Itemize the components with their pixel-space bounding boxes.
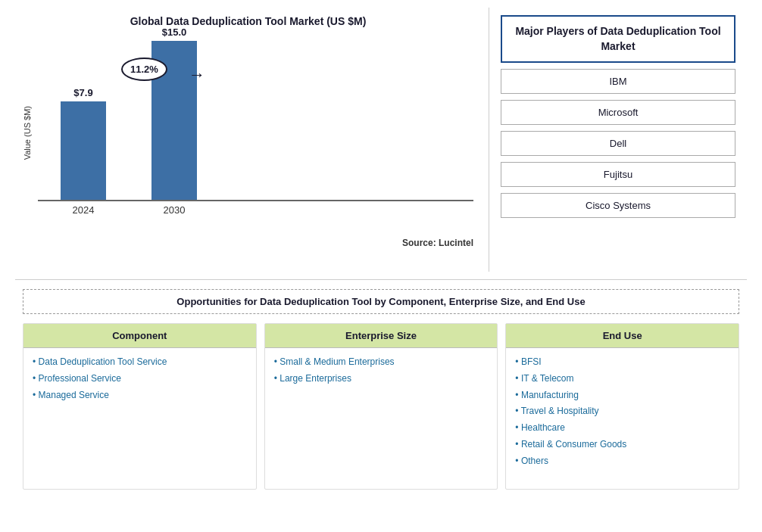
x-label-2024: 2024 — [61, 204, 106, 216]
category-header-enduse: End Use — [506, 324, 739, 348]
bar-group-2030: $15.0 — [151, 26, 197, 200]
category-items-enduse: BFSI IT & Telecom Manufacturing Travel &… — [506, 348, 739, 475]
main-container: Global Data Deduplication Tool Market (U… — [0, 0, 762, 532]
bar-2024 — [61, 101, 106, 200]
panel-title: Major Players of Data Deduplication Tool… — [501, 15, 735, 63]
category-header-component: Component — [23, 324, 256, 348]
category-enduse: End Use BFSI IT & Telecom Manufacturing … — [505, 323, 739, 490]
list-item: Small & Medium Enterprises — [274, 356, 489, 369]
bar-group-2024: $7.9 — [61, 87, 106, 200]
list-item: BFSI — [515, 356, 729, 369]
list-item: IT & Telecom — [515, 372, 729, 385]
x-axis-labels: 2024 2030 — [38, 204, 473, 216]
category-enterprise: Enterprise Size Small & Medium Enterpris… — [264, 323, 498, 490]
bottom-section: Opportunities for Data Deduplication Too… — [15, 280, 747, 524]
list-item: Data Deduplication Tool Service — [33, 356, 247, 369]
player-dell: Dell — [501, 131, 735, 156]
cagr-arrow: → — [189, 65, 205, 85]
list-item: Large Enterprises — [274, 372, 489, 385]
cagr-annotation: 11.2% → — [121, 58, 167, 81]
list-item: Healthcare — [515, 422, 729, 434]
category-items-component: Data Deduplication Tool Service Professi… — [23, 348, 256, 409]
chart-area: Value (US $M) 11.2% → $7.9 — [23, 35, 473, 232]
list-item: Others — [515, 455, 729, 468]
bar-value-2030: $15.0 — [162, 26, 187, 38]
player-microsoft: Microsoft — [501, 100, 735, 125]
chart-title: Global Data Deduplication Tool Market (U… — [130, 15, 367, 27]
y-axis-label: Value (US $M) — [23, 106, 32, 160]
bar-value-2024: $7.9 — [73, 87, 92, 98]
list-item: Professional Service — [33, 372, 247, 385]
right-panel: Major Players of Data Deduplication Tool… — [489, 8, 747, 272]
player-fujitsu: Fujitsu — [501, 162, 735, 187]
source-text: Source: Lucintel — [23, 238, 473, 248]
list-item: Manufacturing — [515, 389, 729, 402]
bars-inner: 11.2% → $7.9 $15.0 — [38, 35, 473, 201]
list-item: Managed Service — [33, 389, 247, 402]
categories-row: Component Data Deduplication Tool Servic… — [23, 323, 739, 490]
player-ibm: IBM — [501, 69, 735, 94]
opportunities-title: Opportunities for Data Deduplication Too… — [23, 289, 739, 314]
category-component: Component Data Deduplication Tool Servic… — [23, 323, 257, 490]
category-items-enterprise: Small & Medium Enterprises Large Enterpr… — [265, 348, 498, 393]
list-item: Retail & Consumer Goods — [515, 438, 729, 451]
bars-container: 11.2% → $7.9 $15.0 — [38, 35, 473, 232]
category-header-enterprise: Enterprise Size — [265, 324, 498, 348]
list-item: Travel & Hospitality — [515, 405, 729, 418]
cagr-bubble: 11.2% — [121, 58, 167, 81]
chart-section: Global Data Deduplication Tool Market (U… — [15, 8, 489, 272]
top-section: Global Data Deduplication Tool Market (U… — [15, 8, 747, 280]
player-cisco: Cisco Systems — [501, 193, 735, 218]
x-label-2030: 2030 — [151, 204, 197, 216]
